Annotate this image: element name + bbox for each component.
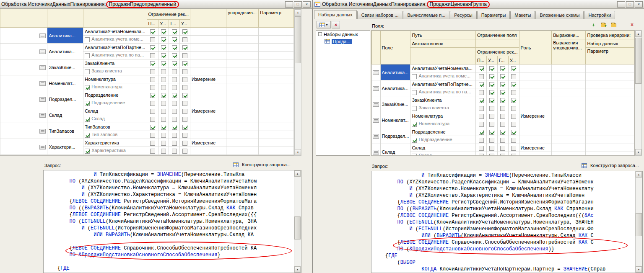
query-editor[interactable]: И ТипКлассификации = ЗНАЧЕНИЕ(Перечислен… [371,171,643,273]
query-editor[interactable]: И ТипКлассификации = ЗНАЧЕНИЕ(Перечислен… [43,170,301,273]
checkbox-unchecked[interactable] [182,77,187,82]
field-path-cell[interactable]: Номенклатура [410,112,476,120]
ordering-expression-cell[interactable] [226,83,259,91]
autotitle-cell[interactable]: Аналитика учета по па... [83,52,147,59]
maximize-button[interactable]: □ [294,1,302,8]
ordering-expression-cell[interactable] [226,59,259,67]
minimize-button[interactable]: _ [617,1,625,8]
checkbox-unchecked[interactable] [172,77,177,82]
row-grip-cell[interactable] [372,112,381,128]
scroll-thumb[interactable] [636,213,642,236]
tab-5[interactable]: Параметры [477,11,510,19]
checkbox-unchecked[interactable] [172,117,177,122]
checkbox-unchecked[interactable] [479,114,484,119]
tab-4[interactable]: Ресурсы [450,11,476,19]
field-name-cell[interactable]: Подраздел... [47,91,83,107]
field-path-cell[interactable]: Склад [410,144,476,152]
field-path-cell[interactable]: Подразделение [83,91,147,99]
checkbox-unchecked[interactable] [479,122,484,127]
checkbox-unchecked[interactable] [500,138,505,143]
role-cell[interactable] [519,80,552,88]
parameter-cell[interactable] [586,80,634,88]
query-scrollbar[interactable]: ▲ ▼ [294,170,301,273]
parameter-cell[interactable] [586,152,634,156]
autotitle-cell[interactable]: Заказ клиента [410,104,476,112]
collapse-icon[interactable]: - [318,32,322,36]
role-cell[interactable]: Измерение [519,112,552,120]
checkbox-checked[interactable] [161,61,166,66]
checkbox-checked[interactable] [150,125,155,130]
row-grip-cell[interactable] [372,128,381,144]
autotitle-cell[interactable]: Аналитика учета номе... [83,36,147,44]
parameter-cell[interactable] [586,96,634,104]
parameter-cell[interactable] [586,72,634,80]
field-path-cell[interactable]: Склад [83,107,147,115]
checkbox-checked[interactable] [161,45,166,50]
scroll-up-arrow[interactable]: ▲ [635,31,641,37]
checkbox-checked[interactable] [172,93,177,98]
role-cell[interactable] [519,104,552,112]
ordering-expression-cell[interactable] [226,147,259,155]
ordering-expression-cell[interactable] [552,152,586,156]
checkbox-checked[interactable] [172,29,177,34]
ordering-expression-cell[interactable] [552,88,586,96]
field-path-cell[interactable]: ТипЗапасов [83,123,147,131]
checkbox-unchecked[interactable] [412,90,417,95]
scroll-thumb[interactable] [294,216,301,240]
checkbox-checked[interactable] [182,61,187,66]
field-name-cell[interactable]: Склад [47,107,83,123]
checkbox-unchecked[interactable] [511,114,516,119]
parameter-cell[interactable] [586,120,634,128]
tab-2[interactable]: Связи наборов ... [357,11,403,19]
role-cell[interactable] [519,128,552,136]
checkbox-checked[interactable] [511,66,516,71]
checkbox-checked[interactable] [161,37,166,42]
scroll-down-arrow[interactable]: ▼ [635,149,641,155]
checkbox-unchecked[interactable] [479,138,484,143]
checkbox-unchecked[interactable] [500,146,505,151]
autotitle-cell[interactable]: Номенклатура [83,83,147,91]
role-cell[interactable]: Измерение [519,144,552,152]
ordering-expression-cell[interactable] [226,44,259,52]
ordering-expression-cell[interactable] [226,91,259,99]
checkbox-unchecked[interactable] [161,141,166,146]
checkbox-checked[interactable] [479,66,484,71]
autotitle-cell[interactable]: Аналитика учета номе... [410,72,476,80]
checkbox-checked[interactable] [161,53,166,58]
checkbox-unchecked[interactable] [172,69,177,74]
row-grip-cell[interactable] [372,80,381,96]
checkbox-unchecked[interactable] [150,109,155,114]
tree-root-datasets[interactable]: - Наборы данных [316,31,370,38]
ordering-expression-cell[interactable] [226,131,259,139]
ordering-expression-cell[interactable] [552,104,586,112]
role-cell[interactable] [519,64,552,72]
checkbox-unchecked[interactable] [172,133,177,138]
checkbox-unchecked[interactable] [150,101,155,106]
checkbox-checked[interactable] [182,45,187,50]
add-folder-button[interactable] [600,22,607,28]
role-cell[interactable] [190,83,226,91]
autotitle-cell[interactable]: Аналитика учета по па... [410,88,476,96]
checkbox-unchecked[interactable] [150,85,155,90]
checkbox-unchecked[interactable] [172,109,177,114]
checkbox-checked[interactable] [150,93,155,98]
close-button[interactable]: × [303,1,311,8]
add-field-button[interactable]: + [590,22,597,28]
checkbox-checked[interactable] [489,130,494,135]
tree-item-dataset[interactable]: Прода... [316,38,370,45]
checkbox-unchecked[interactable] [150,149,155,154]
checkbox-checked[interactable] [500,66,505,71]
scroll-down-arrow[interactable]: ▼ [295,149,301,155]
role-cell[interactable] [190,44,226,52]
parameter-cell[interactable] [259,91,294,99]
autotitle-cell[interactable]: Номенклатура [410,120,476,128]
tab-1[interactable]: Наборы данных [314,10,357,19]
field-name-cell[interactable]: ЗаказКлие... [380,96,410,112]
scroll-up-arrow[interactable]: ▲ [295,9,301,15]
checkbox-checked[interactable] [500,82,505,87]
checkbox-checked[interactable] [172,125,177,130]
row-grip-cell[interactable] [38,75,47,91]
ordering-expression-cell[interactable] [226,67,259,75]
checkbox-checked[interactable] [500,130,505,135]
checkbox-checked[interactable] [479,130,484,135]
